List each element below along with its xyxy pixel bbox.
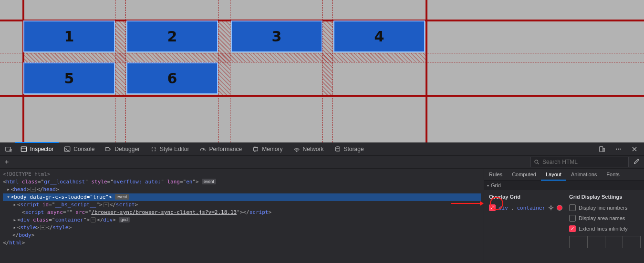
close-icon[interactable]	[628, 146, 641, 152]
search-html-input[interactable]	[542, 159, 625, 165]
eyedropper-icon[interactable]	[631, 158, 642, 166]
dom-script-src[interactable]: /browser-sync/browser-sync-client.js?v=2…	[92, 209, 237, 215]
grid-settings-header: Grid Display Settings	[569, 194, 641, 200]
svg-point-12	[550, 207, 552, 209]
devtools-options-icon[interactable]: ⋯	[612, 146, 625, 152]
grid-panel-header[interactable]: ▾ Grid	[484, 181, 644, 190]
grid-gap	[22, 53, 426, 62]
opt-extend-lines-label: Extend lines infinitely	[579, 226, 628, 232]
grid-cell-3: 3	[231, 20, 322, 52]
inspector-toolbar: ＋	[0, 156, 644, 169]
svg-rect-9	[603, 148, 605, 152]
tab-storage[interactable]: Storage	[329, 142, 369, 155]
twisty-icon[interactable]: ▸	[12, 216, 17, 224]
fold-icon[interactable]: ⋯	[31, 187, 36, 192]
opt-line-numbers-label: Display line numbers	[579, 205, 627, 211]
svg-rect-5	[254, 147, 258, 151]
stab-label: Layout	[546, 172, 561, 177]
tab-label: Memory	[262, 146, 282, 152]
opt-area-names-label: Display area names	[579, 215, 625, 221]
tab-label: Storage	[344, 146, 364, 152]
tab-debugger[interactable]: Debugger	[100, 142, 145, 155]
grid-line	[332, 0, 333, 142]
tab-label: Performance	[209, 146, 242, 152]
twisty-icon[interactable]: ▸	[12, 201, 17, 209]
opt-area-names-checkbox[interactable]	[569, 215, 576, 222]
devtools: Inspector Console Debugger Style Editor …	[0, 142, 644, 263]
tab-console[interactable]: Console	[59, 142, 100, 155]
annotation-circle	[490, 197, 503, 210]
stab-computed[interactable]: Computed	[507, 169, 541, 180]
stab-fonts[interactable]: Fonts	[602, 169, 624, 180]
search-html[interactable]	[530, 157, 629, 167]
stab-label: Rules	[489, 172, 502, 177]
grid-outline-preview	[569, 236, 641, 248]
add-node-button[interactable]: ＋	[0, 158, 13, 166]
grid-cell-2: 2	[126, 20, 218, 52]
svg-marker-14	[480, 201, 484, 206]
dom-tree[interactable]: <!DOCTYPE html> <html class="gr__localho…	[0, 169, 484, 263]
annotation-arrow	[450, 200, 484, 207]
stab-label: Animations	[571, 172, 597, 177]
grid-cell-1: 1	[23, 20, 115, 52]
stab-label: Computed	[512, 172, 536, 177]
chevron-down-icon: ▾	[487, 183, 489, 188]
cell-label: 4	[374, 28, 384, 45]
twisty-icon[interactable]: ▸	[12, 224, 17, 232]
search-icon	[534, 159, 540, 165]
cell-label: 2	[167, 28, 177, 45]
dom-doctype: <!DOCTYPE html>	[3, 171, 50, 177]
responsive-mode-icon[interactable]	[595, 146, 609, 152]
tab-label: Style Editor	[160, 146, 189, 152]
tab-label: Network	[303, 146, 324, 152]
tab-label: Debugger	[114, 146, 140, 152]
tab-performance[interactable]: Performance	[194, 142, 247, 155]
cell-label: 6	[167, 70, 177, 87]
svg-rect-3	[65, 147, 70, 152]
grid-badge[interactable]: grid	[119, 217, 130, 223]
svg-line-4	[203, 149, 204, 151]
devtools-tabbar: Inspector Console Debugger Style Editor …	[0, 142, 644, 156]
stab-layout[interactable]: Layout	[541, 169, 566, 180]
svg-point-6	[296, 151, 297, 152]
grid-line	[125, 0, 126, 142]
grid-line	[0, 95, 644, 97]
layout-sidebar: Rules Computed Layout Animations Fonts ▾…	[484, 169, 644, 263]
tab-style-editor[interactable]: Style Editor	[145, 142, 194, 155]
svg-rect-8	[600, 146, 603, 152]
stab-animations[interactable]: Animations	[566, 169, 602, 180]
grid-panel-title: Grid	[491, 182, 501, 188]
svg-point-10	[535, 160, 538, 163]
grid-cell-4: 4	[333, 20, 425, 52]
pick-element-icon[interactable]	[2, 142, 15, 155]
event-badge[interactable]: event	[115, 194, 129, 200]
opt-line-numbers-checkbox[interactable]	[569, 204, 576, 211]
opt-extend-lines-checkbox[interactable]	[569, 225, 576, 232]
sidebar-tabs: Rules Computed Layout Animations Fonts	[484, 169, 644, 181]
stab-rules[interactable]: Rules	[484, 169, 507, 180]
tab-label: Console	[73, 146, 94, 152]
twisty-icon[interactable]: ▸	[6, 186, 11, 193]
cell-label: 5	[64, 70, 74, 87]
tab-label: Inspector	[30, 146, 53, 152]
grid-line	[230, 0, 230, 142]
tab-memory[interactable]: Memory	[247, 142, 288, 155]
svg-rect-1	[21, 147, 26, 152]
cell-label: 3	[272, 28, 282, 45]
grid-cell-5: 5	[23, 62, 115, 94]
page-viewport: 1 2 3 4 5 6	[0, 0, 644, 142]
overlay-color-swatch[interactable]	[557, 205, 562, 211]
tab-inspector[interactable]: Inspector	[15, 142, 59, 155]
event-badge[interactable]: event	[202, 179, 216, 184]
stab-label: Fonts	[606, 172, 620, 177]
tab-network[interactable]: Network	[288, 142, 329, 155]
cell-label: 1	[64, 28, 74, 45]
grid-cell-6: 6	[126, 62, 218, 94]
svg-point-7	[335, 146, 340, 148]
target-icon[interactable]	[548, 205, 554, 211]
svg-line-11	[538, 163, 539, 164]
dom-selected-node[interactable]: ▾<body data-gr-c-s-loaded="true">event	[3, 193, 481, 201]
